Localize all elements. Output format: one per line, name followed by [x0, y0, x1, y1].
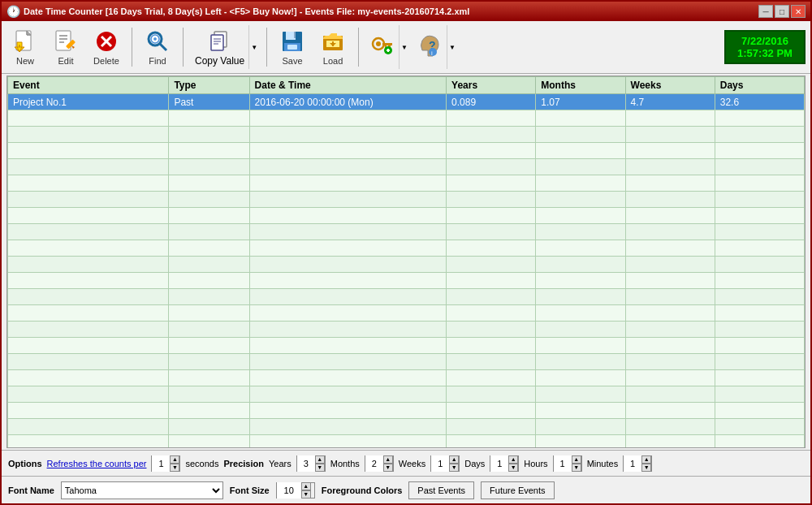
font-size-up[interactable]: ▲ [301, 482, 311, 490]
table-cell [625, 403, 715, 419]
days-input[interactable] [490, 455, 508, 472]
years-up[interactable]: ▲ [315, 455, 325, 464]
months-up[interactable]: ▲ [383, 455, 393, 464]
table-row[interactable] [8, 419, 805, 435]
table-row[interactable] [8, 354, 805, 370]
separator-2 [183, 28, 184, 67]
delete-label: Delete [93, 56, 119, 66]
table-cell [715, 370, 804, 386]
table-row[interactable] [8, 192, 805, 208]
delete-button[interactable]: Delete [88, 24, 125, 70]
table-row[interactable] [8, 338, 805, 354]
key-button[interactable] [366, 25, 399, 69]
find-button[interactable]: Find [139, 24, 176, 70]
table-row[interactable] [8, 322, 805, 338]
options-group[interactable]: ▼ [365, 24, 410, 70]
table-row[interactable] [8, 175, 805, 192]
weeks-up[interactable]: ▲ [449, 455, 459, 464]
table-cell [169, 435, 249, 449]
table-row[interactable] [8, 305, 805, 322]
table-cell [8, 127, 169, 143]
table-row[interactable] [8, 273, 805, 289]
table-row[interactable] [8, 435, 805, 449]
title-bar-left: 🕐 Date Time Counter [16 Days Trial, 8 Da… [6, 5, 469, 18]
table-cell [715, 338, 804, 354]
minutes-input[interactable] [624, 455, 641, 472]
weeks-down[interactable]: ▼ [449, 464, 459, 472]
years-spinner[interactable]: ▲ ▼ [296, 455, 326, 472]
table-row[interactable] [8, 240, 805, 257]
seconds-spinner[interactable]: ▲ ▼ [151, 455, 180, 472]
table-cell [447, 403, 536, 419]
table-row[interactable] [8, 159, 805, 175]
table-cell [249, 305, 446, 322]
close-button[interactable]: ✕ [791, 5, 806, 18]
maximize-button[interactable]: □ [775, 5, 789, 18]
past-events-button[interactable]: Past Events [408, 481, 474, 499]
edit-button[interactable]: Edit [47, 24, 84, 70]
table-row[interactable] [8, 110, 805, 127]
seconds-input[interactable] [152, 455, 170, 472]
table-cell: Project No.1 [8, 94, 169, 110]
years-input[interactable] [297, 455, 315, 472]
months-spinner[interactable]: ▲ ▼ [365, 455, 394, 472]
table-row[interactable] [8, 127, 805, 143]
table-row[interactable] [8, 257, 805, 273]
font-size-input[interactable] [277, 482, 301, 499]
hours-spinner[interactable]: ▲ ▼ [553, 455, 582, 472]
table-cell [536, 289, 625, 305]
load-icon [320, 28, 346, 54]
key-dropdown-arrow[interactable]: ▼ [399, 25, 409, 69]
help-button[interactable]: ? i [414, 25, 447, 69]
minimize-button[interactable]: ─ [758, 5, 773, 18]
minutes-down[interactable]: ▼ [641, 464, 651, 472]
help-group[interactable]: ? i ▼ [413, 24, 458, 70]
years-down[interactable]: ▼ [315, 464, 325, 472]
help-dropdown-arrow[interactable]: ▼ [447, 25, 457, 69]
font-name-select[interactable]: Tahoma Arial Verdana Times New Roman [61, 481, 223, 499]
table-cell [625, 208, 715, 224]
days-down[interactable]: ▼ [508, 464, 518, 472]
table-row[interactable] [8, 289, 805, 305]
seconds-up[interactable]: ▲ [170, 455, 179, 464]
copy-value-dropdown-arrow[interactable]: ▼ [248, 25, 259, 69]
hours-down[interactable]: ▼ [572, 464, 581, 472]
weeks-input[interactable] [431, 455, 449, 472]
save-button[interactable]: Save [274, 24, 311, 70]
minutes-spinner[interactable]: ▲ ▼ [623, 455, 652, 472]
weeks-spinner[interactable]: ▲ ▼ [430, 455, 460, 472]
refreshes-link[interactable]: Refreshes the counts per [47, 459, 147, 468]
load-button[interactable]: Load [314, 24, 352, 70]
table-row[interactable] [8, 208, 805, 224]
table-row[interactable] [8, 143, 805, 159]
font-size-spinner[interactable]: ▲ ▼ [276, 482, 315, 499]
table-row[interactable] [8, 370, 805, 386]
table-cell [249, 143, 446, 159]
days-spinner[interactable]: ▲ ▼ [490, 455, 519, 472]
copy-value-button[interactable]: Copy Value [191, 25, 248, 69]
copy-value-group[interactable]: Copy Value ▼ [190, 24, 260, 70]
table-cell [625, 257, 715, 273]
hours-input[interactable] [554, 455, 572, 472]
new-button[interactable]: New [6, 24, 44, 70]
hours-up[interactable]: ▲ [572, 455, 581, 464]
months-down[interactable]: ▼ [383, 464, 393, 472]
table-row[interactable] [8, 224, 805, 240]
table-row[interactable]: Project No.1Past2016-06-20 00:00:00 (Mon… [8, 94, 805, 110]
minutes-up[interactable]: ▲ [641, 455, 651, 464]
table-row[interactable] [8, 386, 805, 403]
seconds-spin-buttons: ▲ ▼ [170, 455, 179, 472]
table-cell [8, 419, 169, 435]
seconds-down[interactable]: ▼ [170, 464, 179, 472]
table-cell [625, 127, 715, 143]
table-row[interactable] [8, 403, 805, 419]
table-cell [447, 159, 536, 175]
table-cell [249, 338, 446, 354]
font-size-down[interactable]: ▼ [301, 490, 311, 499]
months-input[interactable] [365, 455, 383, 472]
save-icon [279, 28, 305, 54]
future-events-button[interactable]: Future Events [481, 481, 554, 499]
table-cell [169, 175, 249, 192]
days-up[interactable]: ▲ [508, 455, 518, 464]
table-cell [249, 257, 446, 273]
